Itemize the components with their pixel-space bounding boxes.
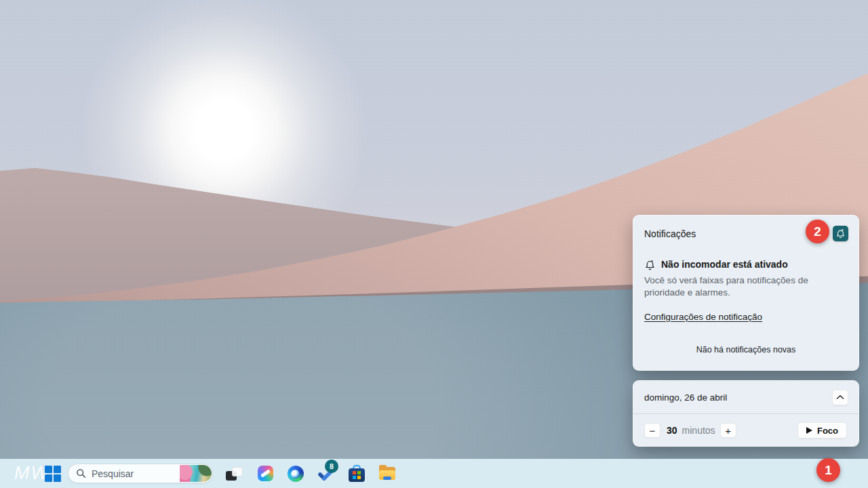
- dnd-status-title: Não incomodar está ativado: [661, 259, 788, 270]
- task-view-icon: [226, 465, 243, 483]
- focus-minutes-decrease-button[interactable]: −: [644, 423, 660, 438]
- focus-minutes-value: 30: [667, 425, 677, 436]
- search-input[interactable]: [92, 468, 166, 479]
- task-view-button[interactable]: [226, 465, 243, 483]
- taskbar: MW 8: [0, 459, 868, 488]
- store-button[interactable]: [348, 465, 366, 483]
- todo-button[interactable]: 8: [317, 465, 335, 483]
- focus-minutes-increase-button[interactable]: +: [720, 423, 736, 438]
- dnd-status-description: Você só verá faixas para notificações de…: [633, 270, 830, 299]
- start-focus-button[interactable]: Foco: [797, 422, 847, 439]
- svg-text:z: z: [842, 228, 844, 232]
- store-icon: [349, 465, 365, 482]
- search-highlight-image[interactable]: [180, 465, 212, 482]
- notifications-title: Notificações: [644, 228, 696, 239]
- edge-icon: [288, 466, 304, 482]
- taskbar-search[interactable]: [68, 464, 213, 483]
- play-icon: [806, 427, 812, 434]
- bell-sleep-icon: z: [835, 228, 846, 239]
- calendar-panel: domingo, 26 de abril − 30 minutos + Foco: [633, 380, 859, 447]
- no-notifications-message: Não há notificações novas: [633, 345, 859, 354]
- windows-logo-icon: [45, 466, 52, 473]
- step-marker-2: 2: [806, 220, 829, 243]
- copilot-button[interactable]: [256, 465, 274, 483]
- start-button[interactable]: [45, 466, 61, 482]
- edge-button[interactable]: [287, 465, 304, 483]
- focus-button-label: Foco: [817, 426, 838, 436]
- calendar-collapse-button[interactable]: [832, 390, 848, 405]
- do-not-disturb-toggle-button[interactable]: z: [833, 226, 848, 241]
- bell-sleep-icon: z: [644, 259, 656, 270]
- calendar-date-label: domingo, 26 de abril: [644, 392, 727, 403]
- file-explorer-icon: [378, 466, 396, 481]
- step-marker-1: 1: [816, 458, 840, 482]
- svg-text:z: z: [651, 259, 653, 263]
- focus-minutes-unit: minutos: [682, 425, 715, 436]
- search-icon: [76, 468, 86, 479]
- notification-settings-link[interactable]: Configurações de notificação: [644, 312, 762, 322]
- file-explorer-button[interactable]: [378, 465, 396, 483]
- copilot-icon: [258, 466, 273, 481]
- todo-notification-badge: 8: [325, 460, 338, 473]
- chevron-up-icon: [836, 394, 844, 400]
